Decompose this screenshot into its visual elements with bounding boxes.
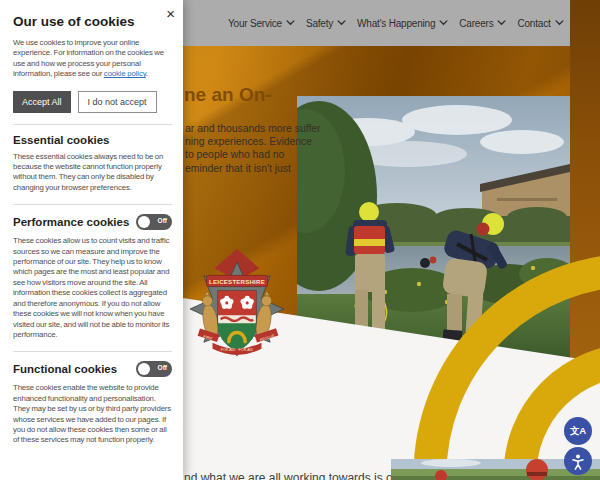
page: Your Service Safety What's Happening Car… (0, 0, 600, 480)
do-not-accept-button[interactable]: I do not accept (78, 91, 157, 113)
nav-item-safety[interactable]: Safety (306, 18, 346, 29)
crest-shield (218, 291, 257, 351)
performance-cookies-heading: Performance cookies (13, 216, 129, 228)
cookie-intro-text: We use cookies to improve your online ex… (13, 38, 172, 80)
essential-cookies-heading: Essential cookies (13, 134, 172, 146)
main-navigation: Your Service Safety What's Happening Car… (228, 0, 590, 46)
nav-label: What's Happening (357, 18, 435, 29)
hero-paragraph-line: ning experiences. Evidence (185, 135, 321, 148)
svg-text:FOR AID · FOR AID: FOR AID · FOR AID (221, 348, 254, 352)
performance-cookies-body: These cookies allow us to count visits a… (13, 236, 172, 340)
cookie-consent-panel: × Our use of cookies We use cookies to i… (0, 0, 183, 480)
essential-cookies-body: These essential cookies always need to b… (13, 152, 172, 194)
hero-paragraph-line: eminder that it isn't just (185, 162, 321, 175)
nav-item-careers[interactable]: Careers (459, 18, 506, 29)
decorative-arcs (380, 240, 600, 480)
cookie-policy-link[interactable]: cookie policy (104, 69, 146, 78)
toggle-state-label: Off (158, 218, 167, 225)
translate-icon: 文A (570, 425, 586, 438)
nav-item-contact[interactable]: Contact (517, 18, 563, 29)
nav-item-whats-happening[interactable]: What's Happening (357, 18, 448, 29)
svg-text:LEICESTERSHIRE: LEICESTERSHIRE (209, 278, 265, 285)
cookie-panel-title: Our use of cookies (13, 14, 172, 29)
chevron-down-icon (439, 20, 448, 26)
nav-item-your-service[interactable]: Your Service (228, 18, 295, 29)
chevron-down-icon (337, 20, 346, 26)
divider (13, 124, 172, 125)
nav-label: Careers (459, 18, 493, 29)
hero-paragraph-line: to people who had no (185, 148, 321, 161)
divider (13, 204, 172, 205)
performance-cookies-toggle[interactable]: Off (136, 214, 172, 230)
cookie-buttons-row: Accept All I do not accept (13, 91, 172, 113)
cookie-close-button[interactable]: × (164, 4, 177, 23)
nav-label: Contact (517, 18, 550, 29)
nav-label: Safety (306, 18, 333, 29)
hero-paragraph: ar and thousands more suffer ning experi… (185, 122, 321, 175)
service-crest-logo: FIRE RESCUE FOR AID · FOR AID LEICESTERS… (186, 247, 288, 369)
chevron-down-icon (286, 20, 295, 26)
translate-button[interactable]: 文A (564, 417, 592, 445)
red-helmet (526, 459, 548, 480)
accessibility-icon (570, 453, 586, 470)
chevron-down-icon (497, 20, 506, 26)
accept-all-button[interactable]: Accept All (13, 91, 71, 113)
toggle-knob (138, 363, 150, 375)
functional-cookies-heading: Functional cookies (13, 363, 117, 375)
hero-paragraph-line: ar and thousands more suffer (185, 122, 321, 135)
hero-heading: ne an On- (184, 84, 272, 106)
functional-cookies-body: These cookies enable the website to prov… (13, 383, 172, 445)
accessibility-button[interactable] (564, 447, 592, 475)
functional-cookies-toggle[interactable]: Off (136, 361, 172, 377)
nav-label: Your Service (228, 18, 282, 29)
toggle-knob (138, 216, 150, 228)
toggle-state-label: Off (158, 365, 167, 372)
divider (13, 351, 172, 352)
crest-top-banner: LEICESTERSHIRE (206, 275, 267, 286)
chevron-down-icon (555, 20, 564, 26)
close-icon: × (166, 5, 175, 22)
